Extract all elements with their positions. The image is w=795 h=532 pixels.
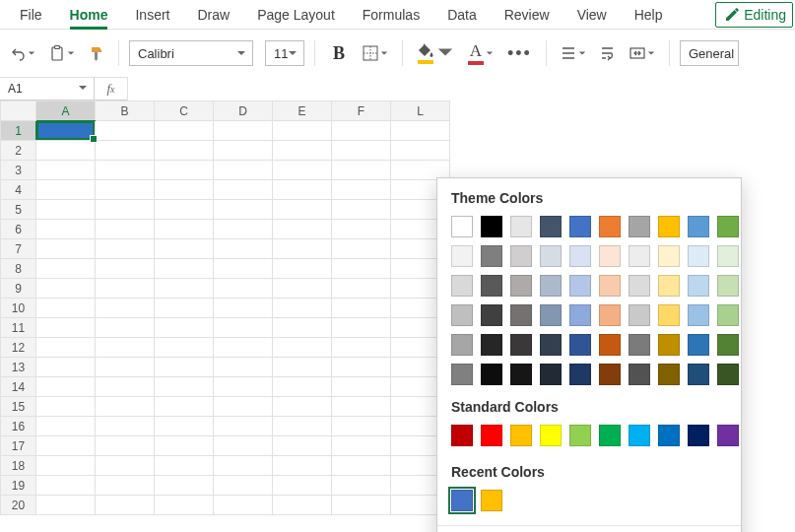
cell[interactable] — [273, 200, 332, 220]
cell[interactable] — [332, 141, 391, 161]
cell[interactable] — [273, 239, 332, 259]
color-swatch[interactable] — [599, 364, 621, 385]
color-swatch[interactable] — [481, 425, 502, 446]
cell[interactable] — [155, 496, 214, 515]
row-header[interactable]: 6 — [1, 220, 36, 239]
cell[interactable] — [214, 161, 273, 180]
color-swatch[interactable] — [717, 245, 739, 267]
row-header[interactable]: 1 — [1, 121, 36, 141]
number-format-combo[interactable]: General — [680, 40, 739, 66]
cell[interactable] — [273, 338, 332, 358]
color-swatch[interactable] — [629, 334, 650, 356]
color-swatch[interactable] — [451, 334, 473, 356]
cell[interactable] — [155, 397, 214, 417]
cell[interactable] — [96, 476, 155, 496]
color-swatch[interactable] — [510, 425, 532, 446]
cell[interactable] — [96, 299, 155, 318]
tab-view[interactable]: View — [563, 0, 621, 30]
color-swatch[interactable] — [569, 364, 591, 385]
color-swatch[interactable] — [688, 275, 709, 297]
color-swatch[interactable] — [540, 275, 562, 297]
row-header[interactable]: 9 — [1, 279, 36, 299]
cell[interactable] — [273, 436, 332, 456]
color-swatch[interactable] — [510, 334, 532, 356]
name-box[interactable]: A1 — [0, 77, 95, 100]
color-swatch[interactable] — [540, 334, 562, 356]
cell[interactable] — [273, 476, 332, 496]
tab-insert[interactable]: Insert — [121, 0, 183, 30]
tab-formulas[interactable]: Formulas — [349, 0, 433, 30]
cell[interactable] — [332, 496, 391, 515]
tab-page-layout[interactable]: Page Layout — [243, 0, 349, 30]
color-swatch[interactable] — [510, 245, 532, 267]
row-header[interactable]: 18 — [1, 456, 36, 476]
cell[interactable] — [96, 279, 155, 299]
cell[interactable] — [155, 121, 214, 141]
cell[interactable] — [96, 141, 155, 161]
color-swatch[interactable] — [481, 216, 502, 237]
cell[interactable] — [96, 239, 155, 259]
row-header[interactable]: 16 — [1, 417, 36, 436]
cell[interactable] — [155, 161, 214, 180]
merge-button[interactable] — [626, 38, 659, 68]
color-swatch[interactable] — [629, 364, 650, 385]
cell[interactable] — [332, 338, 391, 358]
color-swatch[interactable] — [599, 334, 621, 356]
column-header[interactable]: E — [273, 101, 332, 121]
cell[interactable] — [155, 299, 214, 318]
cell[interactable] — [155, 476, 214, 496]
color-swatch[interactable] — [658, 425, 680, 446]
cell[interactable] — [155, 358, 214, 377]
row-header[interactable]: 11 — [1, 318, 36, 338]
color-swatch[interactable] — [451, 216, 473, 237]
cell[interactable] — [36, 259, 96, 279]
color-swatch[interactable] — [451, 304, 473, 326]
cell[interactable] — [332, 239, 391, 259]
cell[interactable] — [214, 358, 273, 377]
color-swatch[interactable] — [629, 275, 650, 297]
cell[interactable] — [214, 338, 273, 358]
row-header[interactable]: 4 — [1, 180, 36, 200]
cell[interactable] — [36, 397, 96, 417]
color-swatch[interactable] — [599, 425, 621, 446]
cell[interactable] — [96, 397, 155, 417]
column-header[interactable]: L — [391, 101, 450, 121]
cell-grid[interactable]: ABCDEFL1234567891011121314151617181920 T… — [0, 100, 795, 532]
cell[interactable] — [155, 417, 214, 436]
color-swatch[interactable] — [688, 334, 709, 356]
cell[interactable] — [155, 141, 214, 161]
row-header[interactable]: 3 — [1, 161, 36, 180]
color-swatch[interactable] — [510, 216, 532, 237]
cell[interactable] — [36, 200, 96, 220]
color-swatch[interactable] — [658, 364, 680, 385]
color-swatch[interactable] — [717, 216, 739, 237]
cell[interactable] — [36, 121, 96, 141]
cell[interactable] — [96, 318, 155, 338]
cell[interactable] — [332, 121, 391, 141]
formula-input[interactable] — [128, 77, 795, 100]
color-swatch[interactable] — [540, 245, 562, 267]
cell[interactable] — [214, 397, 273, 417]
color-swatch[interactable] — [688, 425, 709, 446]
cell[interactable] — [155, 239, 214, 259]
cell[interactable] — [214, 377, 273, 397]
select-all-corner[interactable] — [1, 101, 36, 121]
cell[interactable] — [391, 141, 450, 161]
cell[interactable] — [96, 220, 155, 239]
column-header[interactable]: A — [36, 101, 96, 121]
cell[interactable] — [273, 456, 332, 476]
color-swatch[interactable] — [481, 275, 502, 297]
color-swatch[interactable] — [717, 425, 739, 446]
tab-data[interactable]: Data — [433, 0, 491, 30]
cell[interactable] — [332, 200, 391, 220]
bold-button[interactable]: B — [325, 38, 353, 68]
color-swatch[interactable] — [451, 245, 473, 267]
cell[interactable] — [332, 279, 391, 299]
cell[interactable] — [332, 397, 391, 417]
color-swatch[interactable] — [569, 334, 591, 356]
cell[interactable] — [96, 259, 155, 279]
cell[interactable] — [214, 200, 273, 220]
fill-color-button[interactable] — [413, 38, 458, 68]
cell[interactable] — [96, 180, 155, 200]
cell[interactable] — [332, 259, 391, 279]
